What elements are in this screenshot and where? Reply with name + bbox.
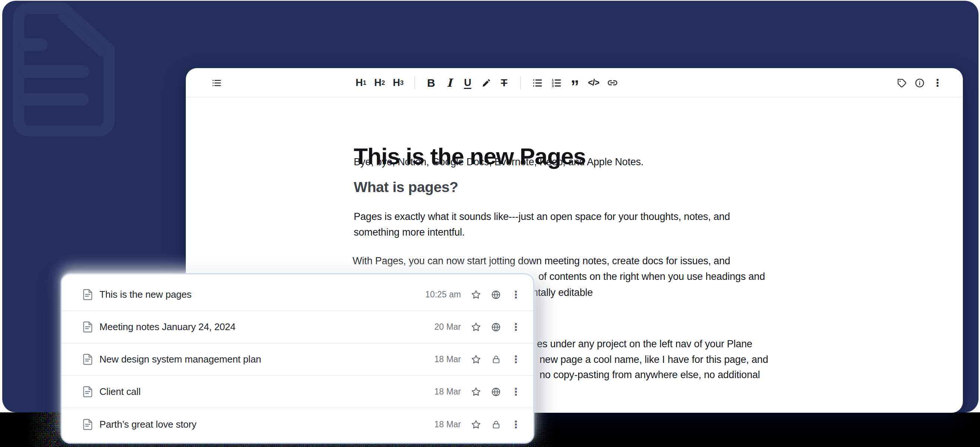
page-timestamp: 20 Mar [434, 322, 461, 332]
paragraph-line-fragment: of contents on the right when you use he… [538, 271, 765, 283]
numbered-list-button[interactable]: 123 [551, 75, 562, 91]
favorite-star-icon[interactable] [471, 322, 481, 332]
favorite-star-icon[interactable] [471, 290, 481, 300]
row-overflow-menu-icon[interactable]: ⋮ [511, 353, 517, 366]
page-list-row[interactable]: Parth’s great love story 18 Mar ⋮ [62, 408, 533, 441]
file-text-icon [83, 419, 93, 430]
page-title: Parth’s great love story [99, 419, 197, 430]
page-title: This is the new pages [99, 289, 191, 301]
info-button[interactable] [915, 75, 925, 91]
page-list-row[interactable]: This is the new pages 10:25 am ⋮ [62, 279, 533, 311]
highlight-button[interactable] [481, 75, 491, 91]
h3-label: H [393, 77, 400, 89]
code-button[interactable]: </> [588, 75, 599, 91]
page-title: New design system management plan [99, 353, 261, 365]
blockquote-button[interactable]: ” [570, 78, 580, 95]
file-text-icon [83, 386, 93, 398]
file-text-icon [83, 321, 93, 333]
bold-button[interactable]: B [426, 75, 436, 91]
h2-label: H [374, 77, 382, 89]
document-illustration-icon [3, 1, 122, 142]
page-timestamp: 18 Mar [434, 354, 461, 364]
tag-icon [897, 78, 907, 88]
editor-toolbar: H1 H2 H3 B I U T [186, 68, 963, 97]
page-list-row[interactable]: Meeting notes January 24, 2024 20 Mar ⋮ [62, 311, 533, 344]
heading1-button[interactable]: H1 [356, 75, 366, 91]
pages-list-panel: This is the new pages 10:25 am ⋮ [61, 273, 534, 444]
page-subtitle: Bye, bye, Notion, Google Docs, Evernote,… [354, 156, 643, 168]
highlighter-icon [481, 78, 491, 88]
public-globe-icon[interactable] [491, 387, 501, 397]
paragraph-line: Pages is exactly what it sounds like---j… [354, 211, 730, 223]
link-icon [607, 77, 618, 89]
numbered-list-icon: 123 [551, 77, 562, 89]
paragraph-line: something more intentful. [354, 227, 465, 238]
page-title: Client call [99, 386, 141, 398]
page-list-row[interactable]: Client call 18 Mar ⋮ [62, 376, 533, 408]
toolbar-divider [520, 77, 521, 89]
page-list-row[interactable]: New design system management plan 18 Mar… [62, 344, 533, 376]
h1-label: H [356, 77, 363, 89]
info-icon [915, 78, 925, 88]
heading2-button[interactable]: H2 [374, 75, 385, 91]
paragraph-line-fragment: no copy-pasting from anywhere else, no a… [539, 369, 760, 381]
private-lock-icon[interactable] [491, 355, 501, 364]
row-overflow-menu-icon[interactable]: ⋮ [511, 386, 517, 398]
bullet-list-icon [532, 77, 543, 89]
editor-overflow-menu-button[interactable]: ⋮ [932, 75, 943, 91]
page-title: Meeting notes January 24, 2024 [99, 321, 235, 333]
toolbar-divider [414, 77, 415, 89]
marketing-shot: H1 H2 H3 B I U T [0, 0, 980, 447]
page-timestamp: 18 Mar [434, 420, 461, 430]
heading3-button[interactable]: H3 [393, 75, 404, 91]
italic-button[interactable]: I [444, 75, 455, 91]
paragraph-line-fragment: es under any project on the left nav of … [537, 338, 752, 350]
public-globe-icon[interactable] [491, 322, 501, 332]
outline-list-icon[interactable] [212, 75, 222, 91]
file-text-icon [83, 353, 93, 365]
page-timestamp: 10:25 am [425, 290, 461, 300]
file-text-icon [83, 289, 93, 301]
private-lock-icon[interactable] [491, 420, 501, 429]
svg-text:3: 3 [552, 84, 554, 88]
row-overflow-menu-icon[interactable]: ⋮ [511, 321, 517, 333]
paragraph-line-fragment: new page a cool name, like I have for th… [539, 354, 768, 366]
favorite-star-icon[interactable] [471, 354, 481, 364]
paragraph-line-fragment: ntally editable [533, 287, 593, 299]
section-heading: What is pages? [354, 179, 458, 196]
public-globe-icon[interactable] [491, 290, 501, 300]
favorite-star-icon[interactable] [471, 387, 481, 397]
row-overflow-menu-icon[interactable]: ⋮ [511, 289, 517, 301]
row-overflow-menu-icon[interactable]: ⋮ [511, 419, 517, 431]
bullet-list-button[interactable] [532, 75, 543, 91]
paragraph-line: With Pages, you can now start jotting do… [353, 255, 730, 267]
tags-button[interactable] [897, 75, 907, 91]
link-button[interactable] [607, 75, 618, 91]
page-timestamp: 18 Mar [434, 387, 461, 397]
underline-button[interactable]: U [463, 75, 473, 91]
strikethrough-button[interactable]: T [499, 75, 509, 91]
favorite-star-icon[interactable] [471, 420, 481, 430]
